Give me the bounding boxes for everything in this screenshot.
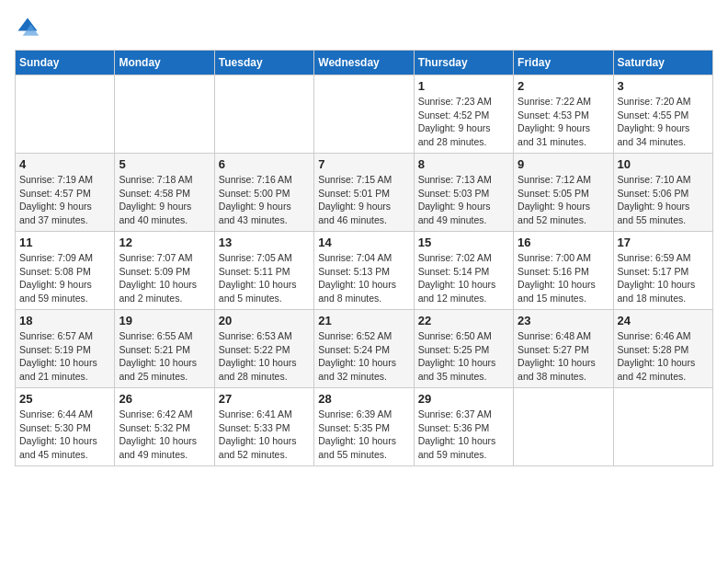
column-header-friday: Friday [514, 51, 613, 75]
calendar-table: SundayMondayTuesdayWednesdayThursdayFrid… [15, 50, 713, 466]
calendar-cell: 2Sunrise: 7:22 AM Sunset: 4:53 PM Daylig… [514, 75, 613, 154]
calendar-cell: 10Sunrise: 7:10 AM Sunset: 5:06 PM Dayli… [613, 154, 712, 232]
day-number: 5 [119, 157, 210, 171]
day-detail: Sunrise: 7:16 AM Sunset: 5:00 PM Dayligh… [219, 173, 310, 227]
column-header-tuesday: Tuesday [214, 51, 313, 75]
day-detail: Sunrise: 6:52 AM Sunset: 5:24 PM Dayligh… [318, 329, 409, 384]
calendar-week-row: 4Sunrise: 7:19 AM Sunset: 4:57 PM Daylig… [16, 154, 713, 232]
day-number: 14 [318, 236, 409, 249]
day-detail: Sunrise: 6:41 AM Sunset: 5:33 PM Dayligh… [219, 408, 310, 462]
day-number: 18 [19, 314, 110, 327]
calendar-cell: 8Sunrise: 7:13 AM Sunset: 5:03 PM Daylig… [414, 154, 513, 232]
day-number: 8 [418, 157, 509, 171]
calendar-cell: 14Sunrise: 7:04 AM Sunset: 5:13 PM Dayli… [314, 232, 414, 310]
calendar-cell: 16Sunrise: 7:00 AM Sunset: 5:16 PM Dayli… [514, 232, 613, 310]
day-number: 2 [518, 79, 609, 93]
day-number: 7 [318, 157, 409, 171]
day-detail: Sunrise: 7:12 AM Sunset: 5:05 PM Dayligh… [518, 173, 609, 227]
day-number: 11 [19, 236, 110, 249]
day-detail: Sunrise: 7:09 AM Sunset: 5:08 PM Dayligh… [19, 251, 110, 305]
calendar-cell: 23Sunrise: 6:48 AM Sunset: 5:27 PM Dayli… [514, 310, 613, 388]
calendar-cell: 1Sunrise: 7:23 AM Sunset: 4:52 PM Daylig… [414, 75, 513, 154]
calendar-week-row: 25Sunrise: 6:44 AM Sunset: 5:30 PM Dayli… [16, 388, 713, 466]
calendar-cell: 29Sunrise: 6:37 AM Sunset: 5:36 PM Dayli… [414, 388, 513, 466]
day-detail: Sunrise: 7:19 AM Sunset: 4:57 PM Dayligh… [19, 173, 110, 227]
day-detail: Sunrise: 7:05 AM Sunset: 5:11 PM Dayligh… [219, 251, 310, 305]
day-number: 27 [219, 392, 310, 406]
day-detail: Sunrise: 6:50 AM Sunset: 5:25 PM Dayligh… [418, 329, 509, 384]
calendar-cell: 4Sunrise: 7:19 AM Sunset: 4:57 PM Daylig… [16, 154, 115, 232]
calendar-week-row: 11Sunrise: 7:09 AM Sunset: 5:08 PM Dayli… [16, 232, 713, 310]
day-number: 29 [418, 392, 509, 406]
calendar-cell: 18Sunrise: 6:57 AM Sunset: 5:19 PM Dayli… [16, 310, 115, 388]
calendar-cell: 28Sunrise: 6:39 AM Sunset: 5:35 PM Dayli… [314, 388, 414, 466]
calendar-cell: 26Sunrise: 6:42 AM Sunset: 5:32 PM Dayli… [115, 388, 214, 466]
day-detail: Sunrise: 7:13 AM Sunset: 5:03 PM Dayligh… [418, 173, 509, 227]
calendar-cell: 3Sunrise: 7:20 AM Sunset: 4:55 PM Daylig… [613, 75, 712, 154]
calendar-cell: 22Sunrise: 6:50 AM Sunset: 5:25 PM Dayli… [414, 310, 513, 388]
day-detail: Sunrise: 6:55 AM Sunset: 5:21 PM Dayligh… [119, 329, 210, 384]
day-detail: Sunrise: 6:42 AM Sunset: 5:32 PM Dayligh… [119, 408, 210, 462]
day-detail: Sunrise: 7:07 AM Sunset: 5:09 PM Dayligh… [119, 251, 210, 305]
calendar-cell [214, 75, 313, 154]
day-detail: Sunrise: 6:59 AM Sunset: 5:17 PM Dayligh… [618, 251, 709, 305]
day-number: 10 [618, 157, 709, 171]
calendar-cell [16, 75, 115, 154]
calendar-week-row: 1Sunrise: 7:23 AM Sunset: 4:52 PM Daylig… [16, 75, 713, 154]
day-number: 22 [418, 314, 509, 327]
calendar-cell: 6Sunrise: 7:16 AM Sunset: 5:00 PM Daylig… [214, 154, 313, 232]
calendar-cell: 20Sunrise: 6:53 AM Sunset: 5:22 PM Dayli… [214, 310, 313, 388]
day-number: 9 [518, 157, 609, 171]
calendar-cell [115, 75, 214, 154]
day-number: 15 [418, 236, 509, 249]
day-detail: Sunrise: 6:57 AM Sunset: 5:19 PM Dayligh… [19, 329, 110, 384]
day-detail: Sunrise: 6:39 AM Sunset: 5:35 PM Dayligh… [318, 408, 409, 462]
calendar-cell: 24Sunrise: 6:46 AM Sunset: 5:28 PM Dayli… [613, 310, 712, 388]
calendar-cell: 12Sunrise: 7:07 AM Sunset: 5:09 PM Dayli… [115, 232, 214, 310]
day-detail: Sunrise: 6:44 AM Sunset: 5:30 PM Dayligh… [19, 408, 110, 462]
calendar-cell: 19Sunrise: 6:55 AM Sunset: 5:21 PM Dayli… [115, 310, 214, 388]
logo [15, 15, 44, 40]
calendar-cell [314, 75, 414, 154]
day-number: 28 [318, 392, 409, 406]
calendar-cell: 27Sunrise: 6:41 AM Sunset: 5:33 PM Dayli… [214, 388, 313, 466]
day-number: 25 [19, 392, 110, 406]
column-header-thursday: Thursday [414, 51, 513, 75]
calendar-cell: 7Sunrise: 7:15 AM Sunset: 5:01 PM Daylig… [314, 154, 414, 232]
calendar-cell: 17Sunrise: 6:59 AM Sunset: 5:17 PM Dayli… [613, 232, 712, 310]
day-number: 4 [19, 157, 110, 171]
day-number: 24 [618, 314, 709, 327]
calendar-cell: 9Sunrise: 7:12 AM Sunset: 5:05 PM Daylig… [514, 154, 613, 232]
day-detail: Sunrise: 7:15 AM Sunset: 5:01 PM Dayligh… [318, 173, 409, 227]
day-number: 20 [219, 314, 310, 327]
day-number: 21 [318, 314, 409, 327]
day-detail: Sunrise: 6:48 AM Sunset: 5:27 PM Dayligh… [518, 329, 609, 384]
day-number: 26 [119, 392, 210, 406]
day-detail: Sunrise: 7:20 AM Sunset: 4:55 PM Dayligh… [618, 95, 709, 149]
day-detail: Sunrise: 7:10 AM Sunset: 5:06 PM Dayligh… [618, 173, 709, 227]
page-header [15, 15, 713, 40]
column-header-wednesday: Wednesday [314, 51, 414, 75]
day-detail: Sunrise: 7:02 AM Sunset: 5:14 PM Dayligh… [418, 251, 509, 305]
day-detail: Sunrise: 6:37 AM Sunset: 5:36 PM Dayligh… [418, 408, 509, 462]
calendar-cell: 5Sunrise: 7:18 AM Sunset: 4:58 PM Daylig… [115, 154, 214, 232]
day-detail: Sunrise: 7:23 AM Sunset: 4:52 PM Dayligh… [418, 95, 509, 149]
day-number: 3 [618, 79, 709, 93]
day-detail: Sunrise: 6:46 AM Sunset: 5:28 PM Dayligh… [618, 329, 709, 384]
day-detail: Sunrise: 6:53 AM Sunset: 5:22 PM Dayligh… [219, 329, 310, 384]
calendar-cell: 21Sunrise: 6:52 AM Sunset: 5:24 PM Dayli… [314, 310, 414, 388]
calendar-cell [613, 388, 712, 466]
day-number: 16 [518, 236, 609, 249]
calendar-cell: 15Sunrise: 7:02 AM Sunset: 5:14 PM Dayli… [414, 232, 513, 310]
day-number: 23 [518, 314, 609, 327]
day-detail: Sunrise: 7:18 AM Sunset: 4:58 PM Dayligh… [119, 173, 210, 227]
day-detail: Sunrise: 7:00 AM Sunset: 5:16 PM Dayligh… [518, 251, 609, 305]
logo-icon [15, 15, 40, 40]
day-number: 6 [219, 157, 310, 171]
column-header-saturday: Saturday [613, 51, 712, 75]
column-header-sunday: Sunday [16, 51, 115, 75]
calendar-week-row: 18Sunrise: 6:57 AM Sunset: 5:19 PM Dayli… [16, 310, 713, 388]
day-detail: Sunrise: 7:04 AM Sunset: 5:13 PM Dayligh… [318, 251, 409, 305]
day-number: 12 [119, 236, 210, 249]
day-number: 17 [618, 236, 709, 249]
